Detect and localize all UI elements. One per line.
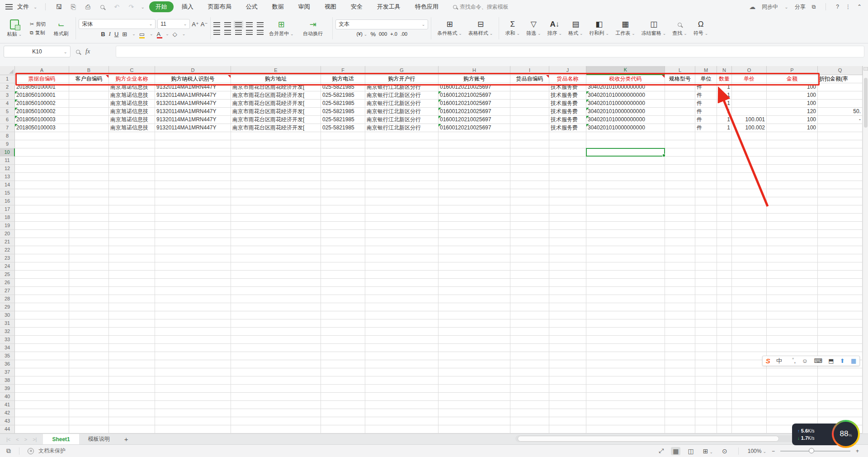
cell-Q20[interactable] — [818, 230, 863, 238]
column-header-E[interactable]: E — [231, 66, 321, 75]
cell-N33[interactable] — [717, 336, 732, 344]
align-middle-icon[interactable] — [224, 22, 231, 27]
cell-F40[interactable] — [321, 393, 365, 401]
cell-Q5[interactable]: 50. — [818, 108, 863, 116]
cell-P19[interactable] — [767, 222, 818, 230]
cell-B40[interactable] — [69, 393, 109, 401]
cell-I6[interactable] — [510, 116, 549, 124]
cell-B29[interactable] — [69, 303, 109, 311]
cell-P28[interactable] — [767, 295, 818, 303]
cell-C40[interactable] — [109, 393, 155, 401]
increase-font-icon[interactable]: A⁺ — [192, 21, 199, 28]
cell-L4[interactable] — [665, 100, 695, 108]
cell-N38[interactable] — [717, 376, 732, 385]
cell-C41[interactable] — [109, 401, 155, 409]
cloud-sync-icon[interactable]: ☁ — [749, 3, 755, 10]
cell-K23[interactable] — [586, 254, 665, 262]
cell-N36[interactable] — [717, 360, 732, 368]
new-window-icon[interactable]: ⧉ — [812, 4, 816, 10]
cell-K26[interactable] — [586, 279, 665, 287]
cell-C12[interactable] — [109, 165, 155, 173]
file-menu-caret-icon[interactable]: ⌄ — [33, 5, 37, 10]
cell-D20[interactable] — [155, 230, 231, 238]
cell-C25[interactable] — [109, 271, 155, 279]
magnifier-icon[interactable] — [76, 48, 80, 56]
ribbon-tab-插入[interactable]: 插入 — [175, 1, 200, 12]
cell-M20[interactable] — [695, 230, 717, 238]
cell-B37[interactable] — [69, 368, 109, 376]
ribbon-tab-页面布局[interactable]: 页面布局 — [202, 1, 238, 12]
cell-L29[interactable] — [665, 303, 695, 311]
cell-F42[interactable] — [321, 409, 365, 417]
cell-G10[interactable] — [365, 148, 439, 157]
ribbon-tab-安全[interactable]: 安全 — [344, 1, 369, 12]
cell-O36[interactable] — [732, 360, 767, 368]
cell-P11[interactable] — [767, 157, 818, 165]
cell-C29[interactable] — [109, 303, 155, 311]
cell-A16[interactable] — [15, 197, 69, 205]
cell-K18[interactable] — [586, 214, 665, 222]
cell-H33[interactable] — [439, 336, 510, 344]
cell-M24[interactable] — [695, 262, 717, 271]
cell-M10[interactable] — [695, 148, 717, 157]
cell-O7[interactable]: 100.002 — [732, 124, 767, 132]
cell-N31[interactable] — [717, 319, 732, 328]
row-number-30[interactable]: 30 — [0, 311, 15, 319]
cell-C6[interactable]: 南京旭诺信息技 — [109, 116, 155, 124]
cell-N1[interactable]: 数量 — [717, 75, 732, 83]
cell-P32[interactable] — [767, 328, 818, 336]
cell-B24[interactable] — [69, 262, 109, 271]
cell-E6[interactable]: 南京市雨花台区雨花经济开发[ — [231, 116, 321, 124]
cell-I34[interactable] — [510, 344, 549, 352]
cell-O13[interactable] — [732, 173, 767, 181]
cell-F4[interactable]: 025-5821985 — [321, 100, 365, 108]
cell-L22[interactable] — [665, 246, 695, 254]
cell-E4[interactable]: 南京市雨花台区雨花经济开发[ — [231, 100, 321, 108]
row-number-22[interactable]: 22 — [0, 246, 15, 254]
cell-B32[interactable] — [69, 328, 109, 336]
cell-J23[interactable] — [549, 254, 586, 262]
column-header-O[interactable]: O — [732, 66, 767, 75]
cell-J44[interactable] — [549, 425, 586, 433]
column-header-L[interactable]: L — [665, 66, 695, 75]
cell-K19[interactable] — [586, 222, 665, 230]
cell-L31[interactable] — [665, 319, 695, 328]
sync-status[interactable]: 同步中 — [762, 3, 778, 11]
cell-C17[interactable] — [109, 205, 155, 214]
cell-I44[interactable] — [510, 425, 549, 433]
cell-A29[interactable] — [15, 303, 69, 311]
cell-N29[interactable] — [717, 303, 732, 311]
cell-K30[interactable] — [586, 311, 665, 319]
cell-F12[interactable] — [321, 165, 365, 173]
cell-I3[interactable] — [510, 91, 549, 100]
cell-G37[interactable] — [365, 368, 439, 376]
page-layout-icon[interactable]: ⊞⌄ — [701, 447, 715, 455]
cell-E43[interactable] — [231, 417, 321, 425]
cell-E11[interactable] — [231, 157, 321, 165]
cell-E35[interactable] — [231, 352, 321, 360]
cell-P41[interactable] — [767, 401, 818, 409]
cell-O14[interactable] — [732, 181, 767, 189]
cell-O18[interactable] — [732, 214, 767, 222]
cell-D31[interactable] — [155, 319, 231, 328]
cell-O16[interactable] — [732, 197, 767, 205]
cell-J17[interactable] — [549, 205, 586, 214]
cell-E41[interactable] — [231, 401, 321, 409]
borders-icon[interactable]: ⊞ — [122, 31, 127, 38]
cell-H19[interactable] — [439, 222, 510, 230]
cell-A31[interactable] — [15, 319, 69, 328]
cell-A44[interactable] — [15, 425, 69, 433]
cell-N23[interactable] — [717, 254, 732, 262]
cell-I19[interactable] — [510, 222, 549, 230]
cell-E42[interactable] — [231, 409, 321, 417]
cell-K6[interactable]: 3040201010000000000 — [586, 116, 665, 124]
underline-button[interactable]: U — [114, 31, 118, 38]
cell-O4[interactable] — [732, 100, 767, 108]
cell-G9[interactable] — [365, 140, 439, 148]
cell-N24[interactable] — [717, 262, 732, 271]
cell-C10[interactable] — [109, 148, 155, 157]
cell-H40[interactable] — [439, 393, 510, 401]
cell-H22[interactable] — [439, 246, 510, 254]
cell-K9[interactable] — [586, 140, 665, 148]
cell-J21[interactable] — [549, 238, 586, 246]
